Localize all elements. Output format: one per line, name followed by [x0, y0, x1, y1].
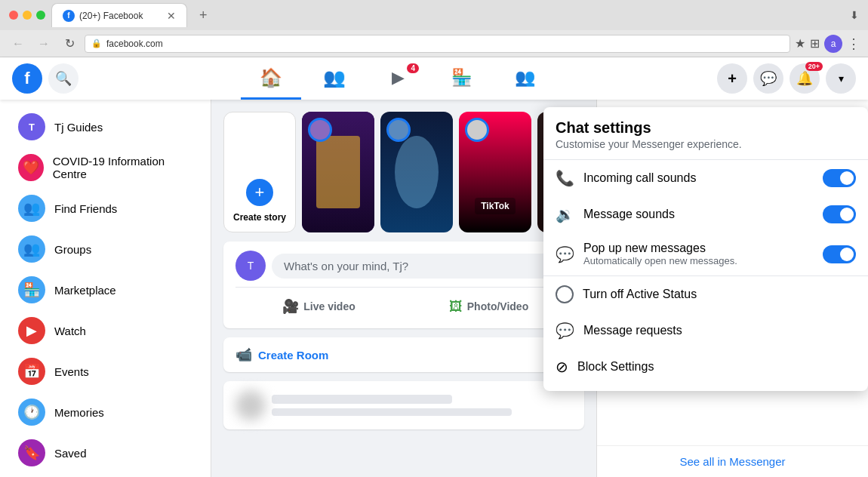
watch-badge: 4	[407, 63, 419, 73]
forward-button[interactable]: →	[33, 33, 54, 54]
refresh-button[interactable]: ↻	[59, 33, 80, 54]
fb-logo[interactable]: f	[12, 63, 42, 94]
photo-video-icon: 🖼	[449, 299, 463, 315]
create-story-label: Create story	[230, 212, 289, 223]
saved-icon: 🔖	[18, 439, 45, 466]
block-settings-label: Block Settings	[577, 360, 654, 374]
see-all-messenger-button[interactable]: See all in Messenger	[597, 445, 868, 477]
settings-item-message-sounds[interactable]: 🔉 Message sounds	[543, 196, 868, 232]
tab-title: (20+) Facebook	[79, 11, 143, 21]
settings-item-active-status[interactable]: Turn off Active Status	[543, 276, 868, 312]
traffic-lights	[9, 11, 45, 20]
find-friends-icon: 👥	[18, 195, 45, 222]
story-card-1[interactable]	[302, 112, 374, 232]
sidebar-item-events[interactable]: 📅 Events	[6, 352, 205, 391]
active-status-label: Turn off Active Status	[583, 288, 697, 301]
story-card-tiktok[interactable]: TikTok	[459, 112, 531, 232]
chat-settings-subtitle: Customise your Messenger experience.	[543, 138, 868, 159]
new-tab-button[interactable]: +	[193, 8, 214, 23]
groups-sidebar-icon: 👥	[18, 235, 45, 263]
create-story-card[interactable]: + Create story	[223, 112, 296, 232]
header-nav: 🏠 👥 ▶ 4 🏪 👥	[78, 57, 717, 100]
marketplace-sidebar-icon: 🏪	[18, 276, 45, 303]
tiktok-overlay: TikTok	[459, 112, 531, 232]
sidebar-item-find-friends[interactable]: 👥 Find Friends	[6, 189, 205, 228]
overflow-menu-button[interactable]: ⋮	[847, 35, 860, 52]
create-room-button[interactable]: Create Room	[258, 349, 328, 362]
story2-avatar	[386, 118, 411, 142]
settings-item-message-requests[interactable]: 💬 Message requests	[543, 312, 868, 349]
account-menu-button[interactable]: ▾	[826, 63, 856, 94]
create-room-row: 📹 Create Room	[223, 337, 584, 372]
nav-marketplace[interactable]: 🏪	[431, 57, 491, 100]
settings-item-left-3: 💬 Pop up new messages Automatically open…	[556, 242, 737, 266]
memories-icon: 🕐	[18, 399, 45, 426]
sidebar-item-tj-guides[interactable]: T Tj Guides	[6, 107, 205, 146]
back-button[interactable]: ←	[8, 33, 29, 54]
settings-item-incoming-call[interactable]: 📞 Incoming call sounds	[543, 160, 868, 196]
story-card-2[interactable]	[380, 112, 453, 232]
events-icon: 📅	[18, 358, 45, 385]
address-bar[interactable]: 🔒 facebook.com	[85, 35, 790, 53]
sidebar-label-tj: Tj Guides	[54, 121, 103, 134]
incoming-call-icon: 📞	[556, 169, 574, 187]
tab[interactable]: f (20+) Facebook ✕	[51, 3, 187, 27]
marketplace-icon: 🏪	[451, 68, 472, 88]
profile-badge[interactable]: a	[824, 35, 842, 53]
minimize-button[interactable]	[23, 11, 32, 20]
sidebar-item-saved[interactable]: 🔖 Saved	[6, 433, 205, 472]
create-story-plus: +	[246, 179, 273, 206]
photo-video-label: Photo/Video	[467, 300, 528, 312]
nav-bar: ← → ↻ 🔒 facebook.com ★ ⊞ a ⋮	[0, 30, 868, 57]
messenger-button[interactable]: 💬	[753, 63, 783, 94]
tj-avatar: T	[18, 113, 45, 140]
post-input[interactable]: What's on your mind, Tj?	[272, 254, 572, 279]
sidebar-label-groups: Groups	[54, 243, 91, 256]
settings-item-block-settings[interactable]: ⊘ Block Settings	[543, 349, 868, 385]
sidebar-item-memories[interactable]: 🕐 Memories	[6, 392, 205, 432]
sidebar: T Tj Guides ❤️ COVID-19 Information Cent…	[0, 100, 211, 477]
close-button[interactable]	[9, 11, 18, 20]
message-sounds-label: Message sounds	[583, 208, 675, 221]
block-settings-icon: ⊘	[556, 358, 568, 376]
sidebar-item-covid[interactable]: ❤️ COVID-19 Information Centre	[6, 148, 205, 187]
puzzle-button[interactable]: ⊞	[810, 36, 820, 51]
nav-groups[interactable]: 👥	[494, 57, 555, 100]
tab-favicon: f	[63, 10, 75, 22]
notification-badge: 20+	[805, 62, 823, 71]
message-sounds-toggle[interactable]	[823, 205, 856, 223]
sidebar-label-covid: COVID-19 Information Centre	[53, 155, 192, 180]
watch-icon: ▶	[392, 68, 405, 88]
watch-sidebar-icon: ▶	[18, 317, 45, 344]
home-icon: 🏠	[260, 67, 282, 88]
feed: + Create story	[211, 100, 596, 477]
live-video-button[interactable]: 🎥 Live video	[235, 294, 402, 319]
post-avatar: T	[235, 251, 266, 281]
sidebar-item-marketplace[interactable]: 🏪 Marketplace	[6, 270, 205, 309]
create-button[interactable]: +	[717, 63, 747, 94]
friends-icon: 👥	[323, 67, 346, 88]
maximize-button[interactable]	[36, 11, 45, 20]
star-button[interactable]: ★	[795, 36, 805, 51]
settings-item-left-1: 📞 Incoming call sounds	[556, 169, 696, 187]
sidebar-label-find-friends: Find Friends	[54, 202, 117, 215]
post-input-row: T What's on your mind, Tj?	[235, 251, 572, 281]
search-icon: 🔍	[55, 70, 72, 87]
notification-button[interactable]: 🔔 20+	[790, 63, 820, 94]
window-controls: ⬇	[850, 9, 859, 21]
settings-item-popup[interactable]: 💬 Pop up new messages Automatically open…	[543, 232, 868, 275]
nav-watch[interactable]: ▶ 4	[368, 57, 428, 100]
popup-toggle[interactable]	[823, 245, 856, 263]
nav-home[interactable]: 🏠	[241, 57, 301, 100]
popup-label: Pop up new messages	[583, 242, 737, 255]
tab-close-icon[interactable]: ✕	[167, 10, 176, 22]
sidebar-label-memories: Memories	[54, 406, 104, 419]
nav-friends[interactable]: 👥	[304, 57, 365, 100]
url-text: facebook.com	[106, 38, 163, 49]
sidebar-label-watch: Watch	[54, 325, 86, 337]
incoming-call-toggle[interactable]	[823, 169, 856, 187]
sidebar-item-watch[interactable]: ▶ Watch	[6, 311, 205, 350]
live-video-label: Live video	[303, 300, 355, 312]
sidebar-item-groups[interactable]: 👥 Groups	[6, 229, 205, 269]
search-button[interactable]: 🔍	[48, 63, 78, 94]
